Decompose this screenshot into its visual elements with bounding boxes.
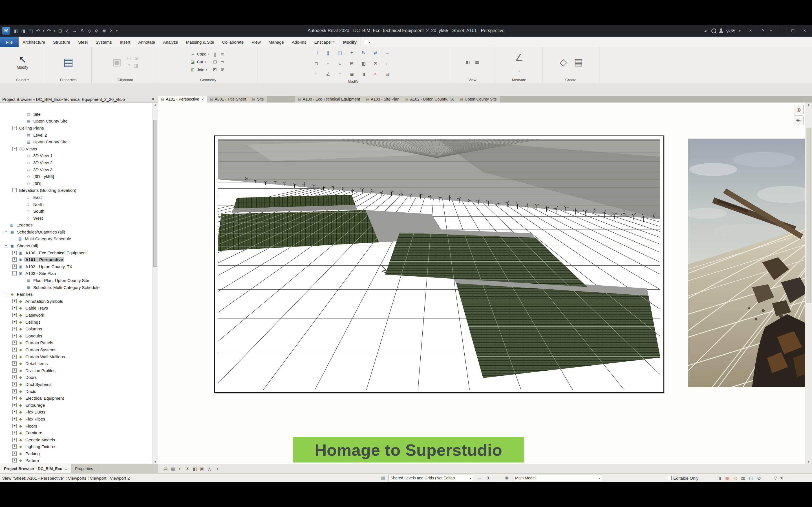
close-view-tab-icon[interactable]: × (202, 97, 204, 102)
expand-icon[interactable]: + (12, 334, 17, 338)
undo-caret-icon[interactable]: ▾ (42, 27, 45, 34)
canvas-scrollbar-thumb[interactable] (806, 128, 811, 303)
tree-item-furniture[interactable]: +◆Furniture (0, 429, 153, 436)
tree-item-division-profiles[interactable]: +◆Division Profiles (0, 367, 153, 374)
tree-item-legends[interactable]: ▥Legends (0, 222, 153, 229)
tree-item-parking[interactable]: +◆Parking (0, 450, 153, 457)
shadows-icon[interactable]: ◧ (192, 465, 198, 472)
drawing-area[interactable]: Homage to Superstudio ◎ ⊕▾ ▲ ▼ (158, 103, 812, 464)
menu-tab-annotate[interactable]: Annotate (134, 37, 159, 47)
filter-icon[interactable]: ▽ (774, 473, 777, 482)
scroll-down-icon[interactable]: ▼ (153, 460, 158, 463)
match-properties-icon[interactable]: ≡ (313, 71, 320, 77)
tree-item-curtain-wall-mullions[interactable]: +◆Curtain Wall Mullions (0, 353, 153, 360)
view-tab-a102-upton-county-tx[interactable]: ▤A102 - Upton County, TX (402, 96, 457, 103)
legend-component-icon[interactable]: ◇ (557, 54, 570, 70)
expand-icon[interactable]: + (12, 410, 17, 414)
copy-icon[interactable]: ◫ (126, 55, 133, 61)
default-3d-view-icon[interactable]: ◇ (86, 27, 93, 34)
tree-item-lighting-fixtures[interactable]: +◆Lighting Fixtures (0, 443, 153, 450)
expand-icon[interactable]: + (12, 320, 17, 324)
crop-view-icon[interactable]: ▣ (199, 465, 206, 472)
menu-tab-structure[interactable]: Structure (49, 37, 74, 47)
array-icon[interactable]: ⊞ (349, 60, 355, 67)
worksharing-display-icon[interactable]: ◨ (716, 474, 723, 482)
expand-icon[interactable]: + (12, 258, 17, 262)
tree-item-east[interactable]: ⌂East (0, 194, 153, 201)
user-caret-icon[interactable]: ▾ (738, 27, 741, 34)
expand-icon[interactable]: + (12, 306, 17, 310)
steering-wheel-button[interactable]: ◎ (794, 105, 804, 114)
tree-item-floor-plan-upton-county-site[interactable]: ▤Floor Plan: Upton County Site (0, 277, 153, 284)
angle-icon[interactable]: ∠ (325, 71, 332, 77)
close-button[interactable]: × (801, 27, 808, 34)
tree-item-casework[interactable]: +◆Casework (0, 312, 153, 319)
measure-qat-icon[interactable]: ∠ (64, 27, 71, 34)
help-icon[interactable]: ? (760, 27, 767, 34)
reveal-hidden-icon[interactable]: ◎ (206, 465, 213, 472)
menu-tab-manage[interactable]: Manage (265, 37, 288, 47)
tree-item-3d-yk55[interactable]: ◇{3D - yk55} (0, 173, 153, 180)
collapse-icon[interactable]: − (12, 188, 17, 192)
tree-item-ceiling-plans[interactable]: −Ceiling Plans (0, 124, 153, 131)
panel-tab-project-browser-dc-bim-eco[interactable]: Project Browser - DC_BIM_Eco-... (0, 464, 71, 473)
extend-icon[interactable]: → (384, 49, 391, 56)
tree-item-a102-upton-county-tx[interactable]: +▣A102 - Upton County, TX (0, 263, 153, 270)
pin-icon[interactable]: ◧ (360, 60, 367, 67)
expand-icon[interactable]: + (12, 299, 17, 303)
minimize-button[interactable]: — (777, 27, 784, 34)
panel-tab-properties[interactable]: Properties (71, 464, 97, 473)
paste-icon[interactable]: ▣ (110, 54, 123, 70)
tree-item-electrical-equipment[interactable]: +◆Electrical Equipment (0, 395, 153, 402)
tree-item-north[interactable]: ⌂North (0, 201, 153, 208)
dimension-small-icon[interactable]: ↔ (384, 60, 391, 67)
cope-caret-icon[interactable]: ▾ (208, 53, 209, 55)
design-options-icon[interactable]: ▣ (505, 473, 509, 482)
file-menu-button[interactable]: File (0, 37, 18, 47)
expand-icon[interactable]: + (12, 445, 17, 449)
view-tab-a001-title-sheet[interactable]: ▤A001 - Title Sheet (207, 96, 249, 103)
redo-caret-icon[interactable]: ▾ (53, 27, 56, 34)
tree-item-upton-county-site[interactable]: ▤Upton County Site (0, 138, 153, 145)
override-graphics-icon[interactable]: ▦ (474, 59, 480, 65)
tree-item-flex-ducts[interactable]: +◆Flex Ducts (0, 409, 153, 416)
trim-icon[interactable]: ⇄ (372, 49, 379, 56)
select-panel-label[interactable]: Select▾ (0, 76, 45, 83)
tree-item-generic-models[interactable]: +◆Generic Models (0, 436, 153, 443)
paint-icon[interactable]: ◨ (133, 62, 140, 69)
tree-item-entourage[interactable]: +◆Entourage (0, 402, 153, 409)
tree-item-3d-view-1[interactable]: ◇3D View 1 (0, 152, 153, 159)
tree-item-floors[interactable]: +◆Floors (0, 422, 153, 430)
collapse-icon[interactable]: − (12, 271, 17, 276)
split-face-icon[interactable]: ▱ (219, 58, 226, 65)
tree-item-schedule-multi-category-schedule[interactable]: ▦Schedule: Multi-Category Schedule (0, 284, 153, 291)
scroll-left-icon[interactable]: ‹ (217, 466, 218, 471)
scroll-up-icon[interactable]: ▲ (153, 103, 158, 106)
tree-item-cable-trays[interactable]: +◆Cable Trays (0, 305, 153, 312)
tree-item-a100-eco-technical-equipment[interactable]: +▣A100 - Eco-Technical Equipment (0, 249, 153, 256)
qat-customize-icon[interactable]: ▾ (115, 27, 118, 34)
thin-lines-icon[interactable]: ≣ (101, 27, 107, 34)
close-panel-icon[interactable]: × (151, 96, 156, 102)
collapse-icon[interactable]: − (12, 126, 17, 130)
measure-tool-icon[interactable]: ∠ (513, 50, 525, 65)
menu-tab-massing-site[interactable]: Massing & Site (182, 37, 218, 47)
cut-icon[interactable]: ⊠ (133, 55, 140, 61)
sun-path-icon[interactable]: ☀ (184, 465, 191, 472)
reveal-hidden-status-icon[interactable]: ◎ (732, 474, 739, 482)
tree-item-a101-perspective[interactable]: +▣A101 - Perspective (0, 256, 153, 263)
tree-item-3d-view-3[interactable]: ◇3D View 3 (0, 166, 153, 173)
hide-elements-icon[interactable]: ◧ (465, 59, 471, 65)
tree-item-multi-category-schedule[interactable]: ▦Multi-Category Schedule (0, 235, 153, 242)
tree-item-3d-views[interactable]: −3D Views (0, 145, 153, 152)
reveal-constraints-icon[interactable]: ▥ (724, 474, 731, 482)
open-icon[interactable]: ◨ (20, 27, 27, 34)
design-option-dropdown[interactable]: Main Model ▾ (513, 474, 602, 482)
select-toggle-icon[interactable]: ◫ (748, 474, 755, 482)
view-tab-upton-county-site[interactable]: ▤Upton County Site (457, 96, 500, 103)
expand-icon[interactable]: + (12, 424, 17, 428)
region-icon[interactable]: ▣ (349, 71, 355, 77)
tree-item-families[interactable]: −◆Families (0, 291, 153, 298)
browser-scrollbar-thumb[interactable] (153, 120, 157, 267)
offset-icon[interactable]: ∥ (325, 49, 332, 56)
